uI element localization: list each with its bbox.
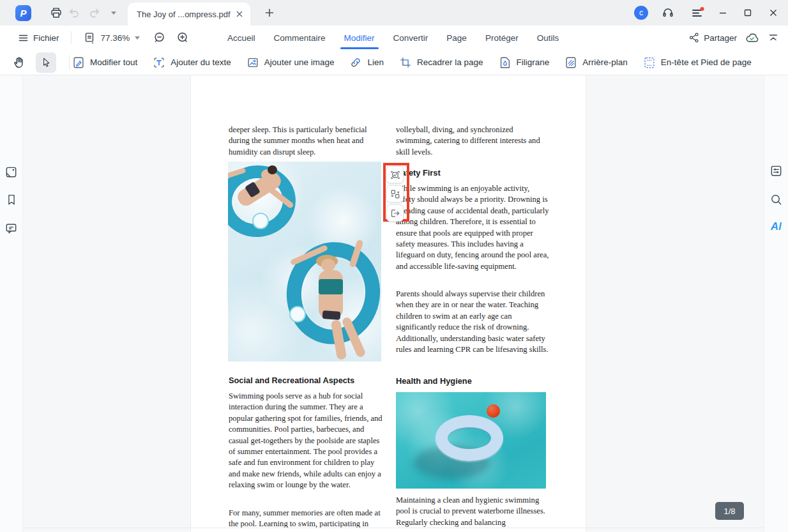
- menu-page[interactable]: Page: [446, 33, 467, 43]
- search-panel-button[interactable]: [769, 192, 784, 206]
- titlebar: P The Joy of ...ompress.pdf: [0, 0, 788, 26]
- cloud-sync-button[interactable]: [745, 31, 760, 45]
- doc-heading: Health and Hygiene: [396, 376, 472, 386]
- image-selection-box[interactable]: [383, 163, 409, 222]
- background-button[interactable]: Arrière-plan: [564, 56, 628, 70]
- header-footer-button[interactable]: En-tête et Pied de page: [642, 56, 752, 70]
- properties-icon: [769, 164, 783, 178]
- edit-all-button[interactable]: Modifier tout: [72, 56, 137, 70]
- close-tab-icon[interactable]: [235, 10, 244, 19]
- zoom-in-button[interactable]: [176, 31, 190, 45]
- account-avatar[interactable]: c: [634, 6, 648, 20]
- minimize-button[interactable]: [714, 5, 732, 20]
- add-image-button[interactable]: Ajouter une image: [246, 56, 335, 70]
- background-label: Arrière-plan: [582, 57, 628, 67]
- document-area[interactable]: deeper sleep. This is particularly benef…: [23, 75, 764, 532]
- red-ball: [487, 404, 500, 418]
- zoom-out-button[interactable]: [153, 31, 167, 45]
- left-panel-rail: [0, 75, 23, 532]
- add-text-button[interactable]: Ajouter du texte: [152, 56, 231, 70]
- print-button[interactable]: [49, 5, 64, 20]
- zoom-level-value[interactable]: 77.36%: [101, 33, 130, 43]
- menu-proteger[interactable]: Protéger: [485, 33, 519, 43]
- bookmarks-panel-button[interactable]: [4, 192, 19, 206]
- support-button[interactable]: [660, 5, 676, 20]
- tube-logo: [252, 213, 269, 229]
- share-label: Partager: [704, 33, 737, 43]
- link-icon: [349, 56, 363, 70]
- main-menu-button[interactable]: [690, 5, 705, 20]
- file-menu-button[interactable]: Fichier: [18, 33, 59, 43]
- menu-modifier[interactable]: Modifier: [344, 33, 375, 43]
- paragraph: volleyball, diving, and synchronized swi…: [396, 125, 549, 158]
- edit-all-label: Modifier tout: [90, 57, 137, 67]
- tab-title: The Joy of ...ompress.pdf: [137, 10, 235, 19]
- document-tab[interactable]: The Joy of ...ompress.pdf: [128, 3, 250, 26]
- select-tool-button[interactable]: [36, 52, 56, 73]
- crop-page-button[interactable]: Recadrer la page: [398, 56, 483, 70]
- cursor-icon: [40, 56, 52, 69]
- ai-panel-button[interactable]: AI: [769, 220, 784, 234]
- ai-icon: AI: [771, 220, 782, 233]
- swap-image-button[interactable]: [386, 185, 404, 202]
- doc-heading: Social and Recreational Aspects: [229, 376, 354, 385]
- page-fit-icon: [83, 31, 96, 44]
- paragraph: deeper sleep. This is particularly benef…: [229, 125, 384, 158]
- maximize-icon: [743, 8, 752, 17]
- redo-icon: [87, 6, 102, 20]
- zoom-in-icon: [176, 31, 190, 45]
- watermark-button[interactable]: Filigrane: [498, 56, 550, 70]
- swap-image-icon: [390, 189, 400, 199]
- bookmark-icon: [5, 193, 18, 206]
- hand-tool-button[interactable]: [9, 52, 29, 73]
- swimsuit: [322, 310, 341, 320]
- pool-photo-ring-and-ball[interactable]: [396, 392, 546, 489]
- app-logo-icon[interactable]: P: [15, 5, 31, 21]
- menu-accueil[interactable]: Accueil: [227, 33, 255, 43]
- divider: [69, 55, 70, 70]
- add-text-icon: [152, 56, 166, 70]
- pool-photo-women-on-tubes[interactable]: [228, 162, 381, 361]
- menu-commentaire[interactable]: Commentaire: [274, 33, 326, 43]
- zoom-dropdown-icon[interactable]: [135, 36, 140, 40]
- hand-icon: [12, 56, 26, 70]
- main-menus: Accueil Commentaire Modifier Convertir P…: [227, 26, 559, 50]
- share-button[interactable]: Partager: [688, 32, 737, 43]
- right-panel-rail: AI: [764, 75, 788, 532]
- extract-image-button[interactable]: [386, 204, 404, 222]
- menu-convertir[interactable]: Convertir: [393, 33, 428, 43]
- comments-panel-button[interactable]: [4, 221, 19, 235]
- edit-all-icon: [72, 56, 86, 70]
- replace-image-button[interactable]: [386, 166, 404, 183]
- undo-button[interactable]: [66, 5, 82, 20]
- replace-image-icon: [390, 170, 400, 180]
- background-icon: [564, 56, 578, 70]
- hamburger-icon: [18, 33, 29, 43]
- edit-toolbar: Modifier tout Ajouter du texte Ajouter u…: [0, 50, 788, 75]
- maximize-button[interactable]: [739, 5, 757, 20]
- collapse-toolbar-button[interactable]: [768, 32, 779, 43]
- link-button[interactable]: Lien: [349, 56, 384, 70]
- watermark-icon: [498, 56, 512, 70]
- menu-outils[interactable]: Outils: [537, 33, 559, 43]
- new-tab-button[interactable]: [262, 5, 277, 20]
- properties-panel-button[interactable]: [769, 163, 784, 178]
- add-text-label: Ajouter du texte: [170, 57, 231, 67]
- swimsuit: [319, 279, 343, 294]
- search-icon: [769, 193, 783, 206]
- watermark-label: Filigrane: [517, 57, 550, 67]
- header-footer-icon: [642, 56, 656, 70]
- redo-button[interactable]: [87, 5, 102, 20]
- collapse-icon: [768, 32, 779, 43]
- page-fit-button[interactable]: [83, 31, 96, 44]
- crop-page-icon: [398, 56, 413, 70]
- menu-lines-icon: [690, 5, 705, 20]
- divider: [23, 528, 764, 528]
- close-icon: [769, 8, 778, 17]
- paragraph: Parents should always supervise their ch…: [396, 289, 549, 355]
- history-dropdown[interactable]: [106, 5, 121, 20]
- close-window-button[interactable]: [764, 5, 782, 20]
- paragraph: For many, summer memories are often made…: [229, 508, 384, 530]
- zoom-out-icon: [153, 31, 167, 45]
- thumbnails-panel-button[interactable]: [4, 165, 19, 179]
